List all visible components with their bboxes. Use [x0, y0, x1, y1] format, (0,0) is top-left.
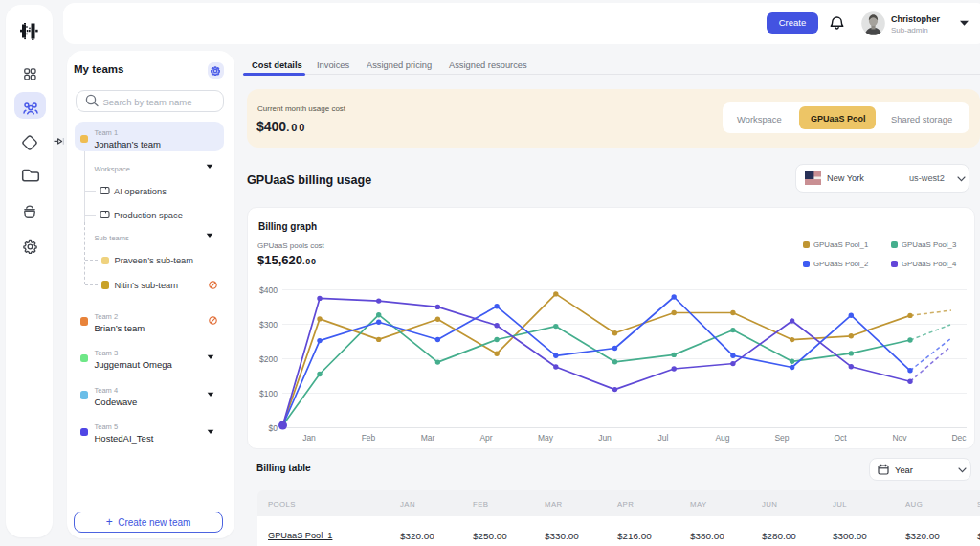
- svg-text:$0: $0: [269, 423, 278, 433]
- svg-text:Mar: Mar: [421, 433, 435, 443]
- svg-text:Oct: Oct: [834, 433, 847, 443]
- svg-text:Feb: Feb: [362, 433, 376, 443]
- svg-text:Sep: Sep: [774, 433, 789, 443]
- svg-text:Jan: Jan: [302, 433, 316, 443]
- svg-text:$100: $100: [259, 389, 278, 398]
- svg-text:Aug: Aug: [715, 433, 729, 443]
- svg-text:$200: $200: [259, 354, 278, 364]
- svg-text:Jun: Jun: [598, 433, 612, 443]
- svg-text:$300: $300: [259, 320, 278, 330]
- svg-text:Apr: Apr: [479, 433, 492, 443]
- svg-text:$400: $400: [259, 285, 278, 295]
- svg-text:Jul: Jul: [658, 433, 669, 443]
- svg-text:Dec: Dec: [951, 433, 967, 443]
- svg-text:Nov: Nov: [892, 433, 907, 443]
- svg-text:May: May: [538, 433, 554, 443]
